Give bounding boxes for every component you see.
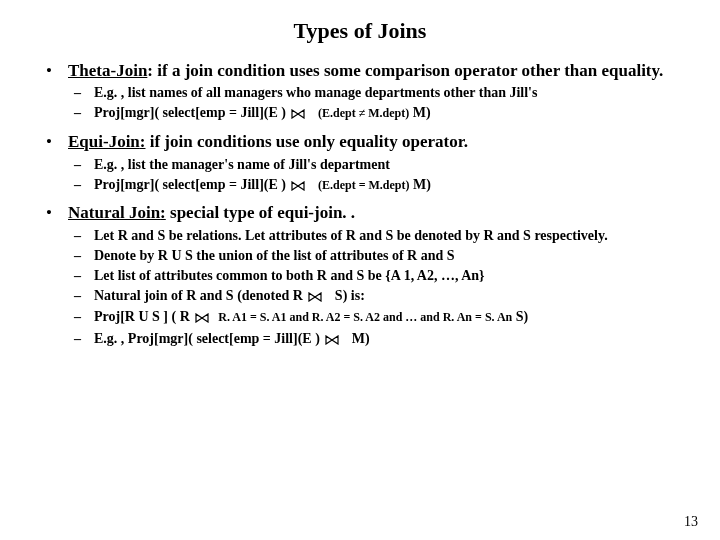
natural-sub6: E.g. , Proj[mgr]( select[emp = Jill](E )… (68, 330, 680, 351)
natural-s4b: S) is: (335, 288, 365, 303)
slide-title: Types of Joins (40, 18, 680, 44)
natural-s5b: S) (512, 309, 528, 324)
bowtie-icon (195, 310, 209, 329)
equi-head-rest: if join conditions use only equality ope… (145, 132, 467, 151)
theta-s2cond: (E.dept ≠ M.dept) (318, 106, 409, 120)
theta-head-rest: : if a join condition uses some comparis… (147, 61, 663, 80)
natural-s6b: M) (352, 331, 370, 346)
equi-s2cond: (E.dept = M.dept) (318, 178, 410, 192)
natural-s6a: E.g. , Proj[mgr]( select[emp = Jill](E ) (94, 331, 320, 346)
natural-sub5: Proj[R U S ] ( R R. A1 = S. A1 and R. A2… (68, 308, 680, 329)
natural-sub1: Let R and S be relations. Let attributes… (68, 227, 680, 246)
natural-head-rest: special type of equi-join. . (166, 203, 355, 222)
bowtie-icon (308, 289, 322, 308)
natural-sub4: Natural join of R and S (denoted R S) is… (68, 287, 680, 308)
natural-head-underlined: Natural Join (68, 203, 160, 222)
theta-sub2: Proj[mgr]( select[emp = Jill](E ) (E.dep… (68, 104, 680, 125)
bullet-theta: Theta-Join: if a join condition uses som… (40, 60, 680, 125)
theta-s2a: Proj[mgr]( select[emp = Jill](E ) (94, 105, 286, 120)
bullet-equi: Equi-Join: if join conditions use only e… (40, 131, 680, 196)
equi-sub2: Proj[mgr]( select[emp = Jill](E ) (E.dep… (68, 176, 680, 197)
main-list: Theta-Join: if a join condition uses som… (40, 60, 680, 351)
theta-head-underlined: Theta-Join (68, 61, 147, 80)
bowtie-icon (325, 332, 339, 351)
bullet-natural: Natural Join: special type of equi-join.… (40, 202, 680, 351)
equi-head-underlined: Equi-Join (68, 132, 140, 151)
natural-sub3: Let list of attributes common to both R … (68, 267, 680, 286)
natural-s5a: Proj[R U S ] ( R (94, 309, 190, 324)
theta-sub1: E.g. , list names of all managers who ma… (68, 84, 680, 103)
bowtie-icon (291, 106, 305, 125)
natural-s5cond: R. A1 = S. A1 and R. A2 = S. A2 and … an… (218, 310, 512, 324)
natural-sub2: Denote by R U S the union of the list of… (68, 247, 680, 266)
equi-sub1: E.g. , list the manager's name of Jill's… (68, 156, 680, 175)
bowtie-icon (291, 178, 305, 197)
page-number: 13 (684, 514, 698, 530)
equi-s2a: Proj[mgr]( select[emp = Jill](E ) (94, 177, 286, 192)
natural-s4a: Natural join of R and S (denoted R (94, 288, 303, 303)
theta-s2b: M) (409, 105, 430, 120)
equi-s2b: M) (409, 177, 430, 192)
